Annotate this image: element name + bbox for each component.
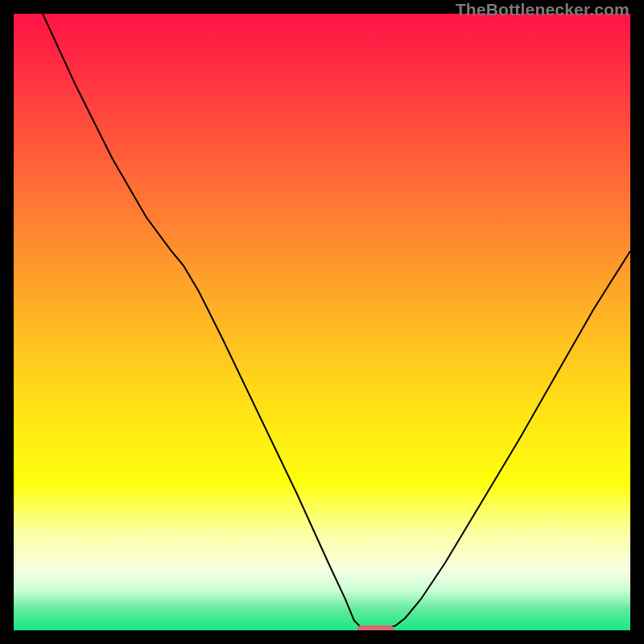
- chart-frame: TheBottlenecker.com: [0, 0, 644, 644]
- watermark-text: TheBottlenecker.com: [456, 0, 630, 19]
- chart-svg: [14, 14, 630, 630]
- gradient-background: [14, 14, 630, 630]
- optimal-marker: [357, 625, 394, 630]
- plot-area: [14, 14, 630, 630]
